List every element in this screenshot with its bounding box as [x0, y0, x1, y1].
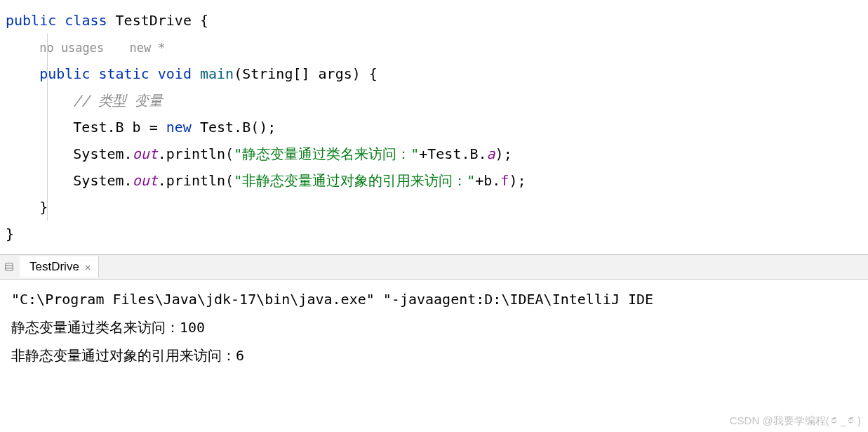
class-name: TestDrive [116, 12, 192, 29]
code-line: public static void main(String[] args) { [6, 60, 868, 87]
code-line: System.out.println("静态变量通过类名来访问："+Test.B… [6, 140, 868, 167]
svg-rect-0 [6, 263, 13, 271]
console-line: 非静态变量通过对象的引用来访问：6 [11, 341, 868, 369]
hint-no-usages: no usages [39, 41, 104, 55]
system-ref: System. [73, 145, 132, 162]
code-line: System.out.println("非静态变量通过对象的引用来访问："+b.… [6, 167, 868, 194]
code-line: public class TestDrive { [6, 7, 868, 34]
console-command: "C:\Program Files\Java\jdk-17\bin\java.e… [11, 285, 868, 313]
method-call: .println( [158, 172, 234, 189]
code-line: } [6, 194, 868, 221]
brace: { [192, 12, 208, 29]
code-line: // 类型 变量 [6, 87, 868, 114]
field-ref: f [500, 172, 509, 189]
hint-new: new * [129, 41, 165, 55]
tab-label: TestDrive [29, 260, 79, 274]
field-ref: a [487, 145, 495, 162]
keyword-class: class [65, 12, 107, 29]
string-literal: "非静态变量通过对象的引用来访问：" [234, 172, 475, 189]
console-output[interactable]: "C:\Program Files\Java\jdk-17\bin\java.e… [0, 280, 868, 375]
close-icon[interactable]: × [85, 261, 91, 273]
system-ref: System. [73, 172, 132, 189]
params: (String[] args) { [234, 65, 378, 82]
brace-close: } [6, 225, 14, 242]
code-line: Test.B b = new Test.B(); [6, 114, 868, 140]
keyword-static: static [98, 65, 149, 82]
code-line: } [6, 221, 868, 247]
end: ); [495, 145, 512, 162]
keyword-public: public [6, 12, 56, 29]
concat: +b. [475, 172, 500, 189]
hint-line: no usages new * [6, 34, 868, 60]
string-literal: "静态变量通过类名来访问：" [234, 145, 419, 162]
end: ); [509, 172, 526, 189]
settings-icon[interactable] [3, 262, 15, 272]
var-decl: Test.B b = [73, 119, 166, 136]
indent-guide [47, 34, 48, 221]
keyword-new: new [166, 119, 192, 136]
run-tab-bar: TestDrive × [0, 254, 868, 280]
comment: // 类型 变量 [73, 92, 163, 109]
method-call: .println( [158, 145, 234, 162]
constructor-call: Test.B(); [192, 119, 276, 136]
watermark: CSDN @我要学编程(ಥ_ಥ) [730, 414, 861, 428]
method-name: main [200, 65, 234, 82]
code-editor[interactable]: public class TestDrive { no usages new *… [0, 0, 868, 254]
field-out: out [133, 172, 158, 189]
field-out: out [133, 145, 158, 162]
run-tab[interactable]: TestDrive × [20, 256, 99, 277]
console-line: 静态变量通过类名来访问：100 [11, 313, 868, 341]
concat: +Test.B. [419, 145, 486, 162]
keyword-void: void [158, 65, 192, 82]
